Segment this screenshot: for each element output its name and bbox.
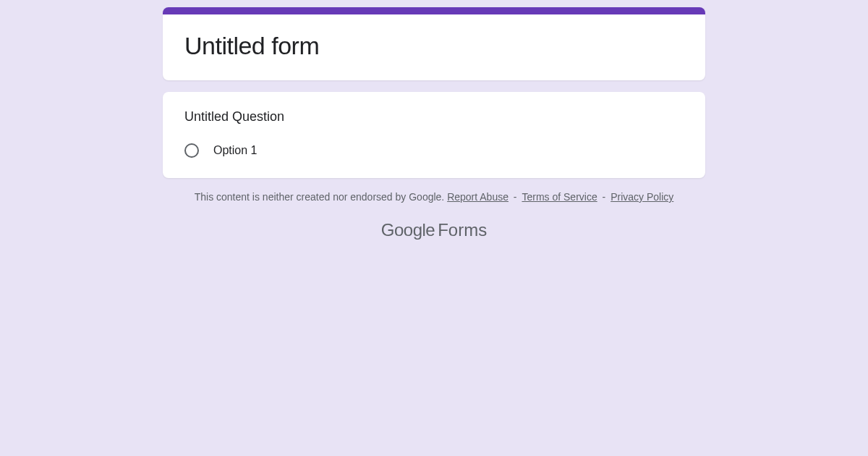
separator: - <box>600 191 608 203</box>
google-logo-text: Google <box>381 220 435 240</box>
forms-text: Forms <box>438 220 487 240</box>
disclaimer-prefix: This content is neither created nor endo… <box>195 191 447 203</box>
form-title: Untitled form <box>184 32 684 60</box>
question-card: Untitled Question Option 1 <box>163 92 705 178</box>
disclaimer-text: This content is neither created nor endo… <box>163 191 705 203</box>
form-container: Untitled form Untitled Question Option 1 <box>163 7 705 191</box>
terms-link[interactable]: Terms of Service <box>522 191 597 203</box>
brand-logo[interactable]: Google Forms <box>163 220 705 240</box>
privacy-link[interactable]: Privacy Policy <box>610 191 673 203</box>
report-abuse-link[interactable]: Report Abuse <box>447 191 509 203</box>
option-row[interactable]: Option 1 <box>184 143 684 158</box>
header-card: Untitled form <box>163 7 705 80</box>
radio-icon[interactable] <box>184 143 199 158</box>
option-label: Option 1 <box>213 144 257 157</box>
footer: This content is neither created nor endo… <box>163 191 705 240</box>
question-title: Untitled Question <box>184 109 684 124</box>
separator: - <box>511 191 519 203</box>
